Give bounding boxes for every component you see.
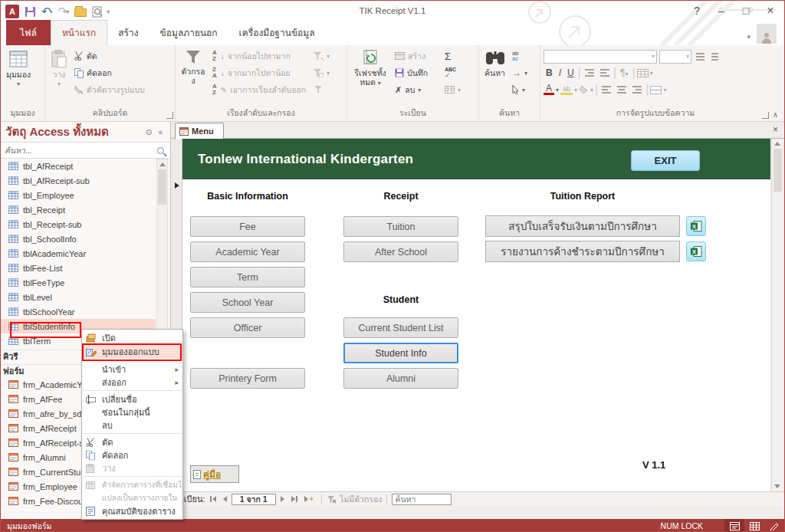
tab-file[interactable]: ไฟล์ xyxy=(6,20,51,45)
design-view-button[interactable] xyxy=(764,519,784,532)
selection-filter-button[interactable]: ▾ xyxy=(310,48,332,64)
new-record-button[interactable]: ✶ xyxy=(302,495,317,503)
current-student-list-button[interactable]: Current Student List xyxy=(343,317,458,338)
minimize-button[interactable]: – xyxy=(711,2,732,19)
nav-category-dropdown-icon[interactable]: ⊙ xyxy=(143,128,155,136)
close-button[interactable]: × xyxy=(760,2,781,19)
replace-button[interactable]: abac xyxy=(510,48,530,64)
menu-item-paste[interactable]: วาง xyxy=(82,461,182,475)
filter-button[interactable]: ตัวกรอง xyxy=(179,48,208,87)
collapse-ribbon-button[interactable]: ∧ xyxy=(773,110,778,119)
nav-search-input[interactable] xyxy=(1,146,157,155)
term-button[interactable]: Term xyxy=(190,267,305,287)
spelling-button[interactable]: ABC✓ xyxy=(442,64,463,81)
align-right-icon[interactable] xyxy=(630,86,644,94)
goto-button[interactable]: →▾ xyxy=(510,64,530,81)
underline-button[interactable]: U xyxy=(565,67,576,78)
toggle-filter-button[interactable] xyxy=(310,81,332,98)
form-scrollbar-thumb[interactable] xyxy=(774,149,782,192)
tab-home[interactable]: หน้าแรก xyxy=(51,20,107,45)
scroll-up-icon[interactable] xyxy=(774,142,780,146)
access-logo-icon[interactable]: A xyxy=(5,5,19,18)
text-formatting-dialog-launcher[interactable] xyxy=(762,112,769,119)
font-color-button[interactable]: A xyxy=(544,84,554,95)
nav-table-item[interactable]: tblSchoolYear xyxy=(1,304,156,319)
format-painter-button[interactable]: ตัวคัดวางรูปแบบ xyxy=(72,81,147,98)
clipboard-dialog-launcher[interactable] xyxy=(166,112,173,119)
sort-descending-button[interactable]: ZA↓ จากมากไปหาน้อย xyxy=(210,64,308,81)
tab-create[interactable]: สร้าง xyxy=(107,21,149,45)
nav-table-item[interactable]: tblLevel xyxy=(1,290,156,304)
save-record-button[interactable]: บันทึก xyxy=(392,64,440,81)
alumni-button[interactable]: Alumni xyxy=(343,368,458,389)
more-records-button[interactable]: ▾ xyxy=(442,81,463,98)
new-record-button[interactable]: สร้าง xyxy=(392,48,440,64)
print-preview-icon[interactable] xyxy=(92,6,103,18)
officer-button[interactable]: Officer xyxy=(190,317,305,338)
outstanding-report-button[interactable]: รายงานการค้างชำระตามปีการศึกษา xyxy=(485,241,680,262)
record-position[interactable]: 1 จาก 1 xyxy=(232,494,276,505)
export-excel-button[interactable]: X xyxy=(686,216,706,236)
totals-button[interactable]: Σ xyxy=(442,48,463,64)
filter-status[interactable]: ไม่มีตัวกรอง xyxy=(327,493,382,506)
alternate-row-color-icon[interactable] xyxy=(650,86,662,94)
font-name-combobox[interactable]: ▾ xyxy=(544,50,657,64)
views-button[interactable]: มุมมอง▾ xyxy=(4,48,33,90)
menu-item-cut[interactable]: ตัด xyxy=(82,435,182,448)
export-excel-button[interactable]: X xyxy=(686,241,706,261)
menu-item-copy[interactable]: คัดลอก xyxy=(82,448,182,461)
select-button[interactable]: ▾ xyxy=(510,81,530,98)
save-icon[interactable] xyxy=(25,6,36,18)
next-record-button[interactable] xyxy=(278,496,287,502)
fill-color-icon[interactable] xyxy=(579,85,589,94)
search-icon[interactable] xyxy=(157,147,164,154)
datasheet-view-button[interactable] xyxy=(744,519,764,532)
qat-dropdown-icon[interactable]: ▾ xyxy=(107,8,110,15)
document-tab-menu[interactable]: Menu xyxy=(175,123,224,139)
delete-record-button[interactable]: ✗ลบ▾ xyxy=(392,81,440,98)
align-center-icon[interactable] xyxy=(615,86,629,94)
open-folder-icon[interactable] xyxy=(74,8,87,17)
receipt-summary-report-button[interactable]: สรุปใบเสร็จรับเงินตามปีการศึกษา xyxy=(485,215,680,237)
tab-database-tools[interactable]: เครื่องมือฐานข้อมูล xyxy=(228,21,326,45)
text-direction-button[interactable]: ¶▾ xyxy=(618,67,630,78)
align-left-icon[interactable] xyxy=(599,86,613,94)
undo-icon[interactable]: ↶▾ xyxy=(41,5,53,18)
student-info-button[interactable]: Student Info xyxy=(343,343,458,363)
school-year-button[interactable]: School Year xyxy=(190,292,305,313)
academic-year-button[interactable]: Academic Year xyxy=(190,241,305,262)
font-size-combobox[interactable]: ▾ xyxy=(659,50,691,64)
refresh-all-button[interactable]: รีเฟรชทั้งหมด ▾ xyxy=(350,48,390,89)
record-search-input[interactable] xyxy=(392,494,452,505)
nav-shutter-collapse-icon[interactable]: « xyxy=(155,128,166,136)
last-record-button[interactable] xyxy=(289,496,300,502)
menu-item-delete[interactable]: ลบ xyxy=(82,419,182,432)
form-scrollbar[interactable] xyxy=(771,139,783,491)
help-button[interactable]: ? xyxy=(686,2,708,19)
redo-icon[interactable]: ↷▾ xyxy=(58,5,70,18)
gridlines-icon[interactable] xyxy=(637,69,649,77)
copy-button[interactable]: คัดลอก xyxy=(72,64,147,81)
form-view-button[interactable] xyxy=(724,519,744,532)
nav-table-item[interactable]: tblAcademicYear xyxy=(1,246,156,261)
bullet-list-icon[interactable] xyxy=(694,53,707,61)
tab-external-data[interactable]: ข้อมูลภายนอก xyxy=(149,21,228,45)
fee-button[interactable]: Fee xyxy=(190,216,305,237)
menu-item-design-view[interactable]: มุมมองออกแบบ xyxy=(82,344,182,359)
scroll-up-icon[interactable] xyxy=(159,163,166,166)
close-document-icon[interactable]: × xyxy=(773,124,778,135)
nav-table-item[interactable]: tbl_Receipt xyxy=(1,202,156,217)
menu-item-export[interactable]: ส่งออก▸ xyxy=(82,376,182,389)
advanced-filter-button[interactable]: ▾ xyxy=(310,64,332,81)
menu-item-hide-in-group[interactable]: ซ่อนในกลุ่มนี้ xyxy=(82,406,182,419)
menu-item-rename[interactable]: เปลี่ยนชื่อ xyxy=(82,392,182,406)
menu-item-linked-table-manager[interactable]: ตัวจัดการตารางที่เชื่อมโยง xyxy=(82,478,182,491)
increase-indent-icon[interactable] xyxy=(583,69,596,77)
tuition-button[interactable]: Tuition xyxy=(343,216,458,237)
manual-button[interactable]: คู่มือ xyxy=(190,465,239,483)
exit-button[interactable]: EXIT xyxy=(631,150,700,171)
highlight-color-button[interactable]: ab xyxy=(560,85,573,95)
nav-table-item[interactable]: tbl_SchoolInfo xyxy=(1,232,156,246)
nav-table-item[interactable]: tbl_AfReceipt-sub xyxy=(1,173,156,188)
find-button[interactable]: ค้นหา xyxy=(482,48,507,80)
